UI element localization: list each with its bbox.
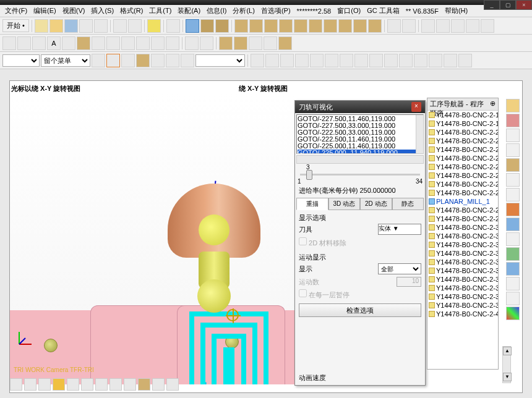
- scroll-down-icon[interactable]: ▼: [503, 373, 512, 381]
- goto-hscroll[interactable]: [296, 155, 424, 164]
- box-icon[interactable]: [200, 19, 214, 33]
- sel4-icon[interactable]: [136, 54, 150, 67]
- bt-8[interactable]: [109, 378, 122, 391]
- snap13-icon[interactable]: [429, 54, 442, 67]
- tree-item[interactable]: Y14478-B0-CNC-2-38: [427, 292, 498, 301]
- open-icon[interactable]: [49, 19, 63, 33]
- goto-list[interactable]: GOTO/-227.500,11.460,119.000 GOTO/-227.5…: [296, 114, 424, 154]
- menu-insert[interactable]: 插入(S): [88, 5, 116, 17]
- shape2-icon[interactable]: [77, 36, 90, 50]
- side-btn-6[interactable]: [506, 173, 520, 187]
- ext3-icon[interactable]: [249, 36, 262, 50]
- snap15-icon[interactable]: [458, 54, 472, 67]
- misc2-icon[interactable]: [436, 19, 450, 33]
- op3-icon[interactable]: [264, 19, 278, 33]
- slider-thumb[interactable]: [306, 170, 312, 180]
- tree-item[interactable]: Y14478-B0-CNC-2-30: [427, 223, 498, 232]
- tool-mode-select[interactable]: 实体 ▼: [378, 224, 421, 235]
- side-btn-8[interactable]: [506, 203, 520, 216]
- bt-4[interactable]: [53, 378, 65, 391]
- side-btn-10[interactable]: [506, 232, 520, 246]
- menu-plugin[interactable]: ********2.58: [294, 6, 334, 16]
- dim1-icon[interactable]: [185, 36, 199, 50]
- shape3-icon[interactable]: [92, 36, 105, 50]
- tree-item[interactable]: Y14478-B0-CNC-2-34: [427, 258, 498, 266]
- snap14-icon[interactable]: [444, 54, 457, 67]
- shape8-icon[interactable]: [166, 36, 179, 50]
- op5-icon[interactable]: [294, 19, 307, 33]
- misc1-icon[interactable]: [421, 19, 435, 33]
- tree-item[interactable]: Y14478-B0-CNC-2-24: [427, 163, 498, 171]
- snap1-icon[interactable]: [251, 54, 264, 67]
- curve1-icon[interactable]: [387, 19, 401, 33]
- box2-icon[interactable]: [215, 19, 229, 33]
- side-btn-14[interactable]: [506, 292, 520, 305]
- ext4-icon[interactable]: [264, 36, 277, 50]
- 3d-viewport[interactable]: + TRI WORK Camera TFR-TRI: [10, 94, 294, 384]
- tab-3d-dynamic[interactable]: 3D 动态: [328, 198, 361, 210]
- op1-icon[interactable]: [234, 19, 248, 33]
- bt-9[interactable]: [124, 378, 136, 391]
- menu-tools[interactable]: 工具(T): [147, 5, 174, 17]
- snap3-icon[interactable]: [280, 54, 294, 67]
- side-btn-12[interactable]: [506, 262, 520, 276]
- tree-item[interactable]: Y14478-B0-CNC-2-23: [427, 154, 498, 163]
- shape1-icon[interactable]: [62, 36, 75, 50]
- snap4-icon[interactable]: [295, 54, 309, 67]
- menu-window[interactable]: 窗口(O): [335, 5, 363, 17]
- bt-7[interactable]: [95, 378, 108, 391]
- save-icon[interactable]: [64, 19, 78, 33]
- tree-item[interactable]: Y14478-B0-CNC-2-33: [427, 249, 498, 258]
- sel1-icon[interactable]: [92, 54, 105, 67]
- tab-static[interactable]: 静态: [392, 198, 424, 210]
- goto-scrollbar[interactable]: [416, 115, 423, 153]
- bt-6[interactable]: [81, 378, 93, 391]
- side-btn-15[interactable]: [506, 307, 520, 320]
- menu-format[interactable]: 格式(R): [118, 5, 145, 17]
- misc4-icon[interactable]: [466, 19, 479, 33]
- paste-icon[interactable]: [128, 19, 142, 33]
- menu-assembly[interactable]: 装配(A): [175, 5, 203, 17]
- close-button[interactable]: ×: [516, 0, 532, 10]
- line-icon[interactable]: [17, 36, 31, 50]
- shape4-icon[interactable]: [106, 36, 120, 50]
- menu-view[interactable]: 视图(V): [60, 5, 88, 17]
- menu-file[interactable]: 文件(F): [2, 5, 30, 17]
- maximize-button[interactable]: ▢: [500, 0, 516, 10]
- filter-select-1[interactable]: [2, 54, 40, 67]
- rect-icon[interactable]: [32, 36, 46, 50]
- op10-icon[interactable]: [368, 19, 382, 33]
- side-btn-9[interactable]: [506, 218, 520, 231]
- ext5-icon[interactable]: [278, 36, 292, 50]
- side-btn-2[interactable]: [506, 114, 520, 127]
- side-btn-3[interactable]: [506, 129, 520, 142]
- redo-icon[interactable]: [94, 19, 108, 33]
- gear-icon[interactable]: [147, 19, 161, 33]
- misc5-icon[interactable]: [481, 19, 494, 33]
- check-options-button[interactable]: 检查选项: [299, 303, 421, 317]
- side-btn-5[interactable]: [506, 158, 520, 172]
- snap12-icon[interactable]: [414, 54, 427, 67]
- menu-gc[interactable]: GC 工具箱: [364, 5, 402, 17]
- sketch-icon[interactable]: [2, 36, 16, 50]
- side-btn-1[interactable]: [506, 99, 520, 112]
- menu-info[interactable]: 信息(I): [204, 5, 229, 17]
- scroll-up-icon[interactable]: ▲: [503, 347, 512, 355]
- tree-item[interactable]: Y14478-B0-CNC-2-37: [427, 284, 498, 292]
- bt-3[interactable]: [38, 378, 51, 391]
- op2-icon[interactable]: [249, 19, 263, 33]
- snap7-icon[interactable]: [340, 54, 353, 67]
- snap6-icon[interactable]: [325, 54, 338, 67]
- sel2-icon[interactable]: [106, 54, 120, 67]
- menu-ver[interactable]: ** V6.835F: [403, 6, 441, 16]
- side-btn-7[interactable]: [506, 188, 520, 201]
- filter-select-3[interactable]: [195, 54, 245, 67]
- tree-item[interactable]: Y14478-B0-CNC-2-21: [427, 137, 498, 145]
- frame-slider[interactable]: [300, 174, 420, 176]
- ext1-icon[interactable]: [219, 36, 233, 50]
- dialog-close-button[interactable]: ×: [411, 102, 421, 112]
- op8-icon[interactable]: [338, 19, 352, 33]
- menu-help[interactable]: 帮助(H): [442, 5, 470, 17]
- start-button[interactable]: 开始 •: [2, 19, 29, 32]
- bt-12[interactable]: [166, 378, 179, 391]
